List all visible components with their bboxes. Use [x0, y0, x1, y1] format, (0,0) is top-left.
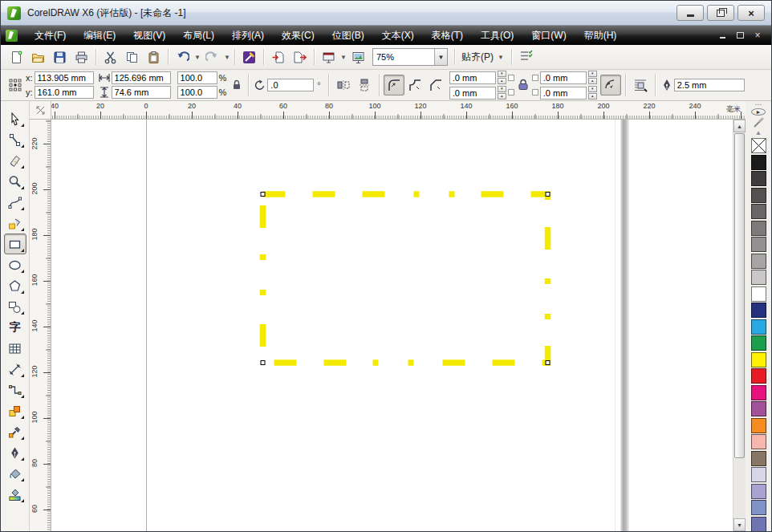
- redo-button[interactable]: [201, 47, 223, 67]
- connector-tool[interactable]: [4, 380, 26, 400]
- lock-ratio-icon[interactable]: [230, 78, 244, 92]
- vertical-ruler[interactable]: 2202001801601401201008060: [30, 120, 51, 531]
- freehand-tool[interactable]: [4, 192, 26, 213]
- menu-item-8[interactable]: 表格(T): [423, 26, 472, 45]
- swatch-#a7a4a5[interactable]: [751, 254, 766, 269]
- wrap-text-button[interactable]: [630, 75, 651, 95]
- corner-radius-bl-input[interactable]: [449, 87, 496, 99]
- drawing-canvas[interactable]: [51, 120, 733, 531]
- menu-item-6[interactable]: 位图(B): [323, 26, 373, 45]
- menu-item-1[interactable]: 编辑(E): [75, 26, 124, 45]
- scale-v-input[interactable]: [177, 86, 217, 99]
- undo-button[interactable]: [172, 47, 193, 67]
- zoom-tool[interactable]: [4, 171, 26, 192]
- corner-left-checkboxes[interactable]: [508, 75, 514, 95]
- menu-item-11[interactable]: 帮助(H): [575, 26, 626, 45]
- document-restore-button[interactable]: [733, 30, 747, 41]
- zoom-level-combo[interactable]: ▼: [372, 48, 448, 66]
- swatch-#3f3b3c[interactable]: [751, 171, 766, 186]
- copy-button[interactable]: [121, 47, 143, 67]
- outline-pen-tool[interactable]: [4, 442, 26, 463]
- search-content-button[interactable]: [238, 47, 260, 67]
- swatch-#696566[interactable]: [751, 204, 766, 219]
- document-close-button[interactable]: ×: [750, 30, 765, 41]
- crop-tool[interactable]: [4, 150, 26, 171]
- welcome-screen-button[interactable]: [347, 47, 369, 67]
- swatch-#e8127e[interactable]: [751, 385, 766, 400]
- application-launcher-button[interactable]: [318, 47, 339, 67]
- options-button[interactable]: [515, 47, 537, 67]
- menu-item-0[interactable]: 文件(F): [26, 26, 75, 45]
- swatch-#f7b7ae[interactable]: [751, 434, 766, 449]
- swatch-no-color[interactable]: [751, 138, 766, 153]
- fill-tool[interactable]: [4, 463, 26, 484]
- import-button[interactable]: [267, 47, 289, 67]
- rectangle-tool[interactable]: [4, 234, 26, 254]
- basic-shapes-tool[interactable]: [4, 296, 26, 317]
- save-button[interactable]: [49, 47, 71, 67]
- swatch-#29a9e1[interactable]: [751, 319, 766, 335]
- swatch-#929091[interactable]: [751, 237, 766, 252]
- object-height-input[interactable]: [112, 86, 171, 99]
- undo-dropdown-icon[interactable]: ▼: [193, 54, 201, 61]
- redo-dropdown-icon[interactable]: ▼: [223, 54, 231, 61]
- swatch-#ffffff[interactable]: [751, 286, 766, 302]
- menu-item-10[interactable]: 窗口(W): [522, 26, 575, 45]
- menu-item-2[interactable]: 视图(V): [124, 26, 174, 45]
- swatch-#545051[interactable]: [751, 188, 766, 203]
- scale-h-input[interactable]: [177, 71, 217, 84]
- minimize-button[interactable]: [677, 5, 704, 21]
- relative-corner-scaling-button[interactable]: [600, 75, 621, 95]
- smart-fill-tool[interactable]: [4, 213, 26, 234]
- swatch-#d7d5e8[interactable]: [751, 467, 766, 482]
- swatch-#7e7a7b[interactable]: [751, 221, 766, 236]
- table-tool[interactable]: [4, 338, 26, 359]
- selected-rectangle-artwork[interactable]: [51, 120, 733, 531]
- snap-to-dropdown[interactable]: 贴齐(P) ▼: [458, 51, 508, 64]
- swatch-#1b1b1b[interactable]: [751, 155, 766, 170]
- round-corner-button[interactable]: [384, 75, 404, 95]
- rotation-angle-input[interactable]: [267, 79, 314, 91]
- object-width-input[interactable]: [112, 71, 171, 84]
- horizontal-ruler[interactable]: 毫米 4020020406080100120140160180200220240: [51, 101, 746, 119]
- swatch-#25317e[interactable]: [751, 303, 766, 318]
- mirror-horizontal-button[interactable]: [333, 75, 354, 95]
- menu-item-7[interactable]: 文本(X): [373, 26, 423, 45]
- swatch-#f68b1f[interactable]: [751, 418, 766, 433]
- menu-item-3[interactable]: 布局(L): [174, 26, 223, 45]
- text-tool[interactable]: 字: [4, 317, 26, 338]
- scrollbar-thumb[interactable]: [734, 133, 745, 458]
- swatch-#a8a3d1[interactable]: [751, 484, 766, 499]
- close-button[interactable]: ×: [737, 5, 765, 21]
- vertical-scrollbar[interactable]: ▲ ▼: [733, 120, 746, 531]
- application-launcher-dropdown-icon[interactable]: ▼: [339, 54, 347, 61]
- chamfered-corner-button[interactable]: [425, 75, 446, 95]
- ellipse-tool[interactable]: [4, 254, 26, 275]
- paste-button[interactable]: [143, 47, 165, 67]
- new-document-button[interactable]: [6, 47, 27, 67]
- corner-tl-spinner[interactable]: ▾▴: [498, 71, 506, 84]
- restore-button[interactable]: [707, 5, 734, 21]
- zoom-level-input[interactable]: [373, 52, 434, 62]
- swatch-#6f74b2[interactable]: [751, 517, 766, 532]
- palette-grip-icon[interactable]: ⋯: [755, 101, 762, 108]
- blend-tool[interactable]: [4, 400, 26, 421]
- corner-radius-br-input[interactable]: [540, 87, 587, 99]
- export-button[interactable]: [289, 47, 311, 67]
- menu-item-5[interactable]: 效果(C): [273, 26, 323, 45]
- corner-tr-spinner[interactable]: ▾▴: [588, 71, 597, 84]
- zoom-dropdown-icon[interactable]: ▼: [434, 49, 447, 65]
- interactive-fill-tool[interactable]: [4, 484, 26, 505]
- corner-right-checkboxes[interactable]: [532, 75, 538, 95]
- rectangle-corner-nodes[interactable]: [261, 193, 550, 365]
- corner-radius-tl-input[interactable]: [449, 71, 496, 84]
- swatch-#fff100[interactable]: [751, 352, 766, 368]
- scroll-up-button[interactable]: ▲: [733, 120, 746, 132]
- swatch-#877663[interactable]: [751, 451, 766, 466]
- ruler-origin-button[interactable]: [30, 101, 51, 119]
- cut-button[interactable]: [100, 47, 121, 67]
- corner-radius-tr-input[interactable]: [540, 71, 587, 84]
- palette-flyout-button[interactable]: ►: [751, 108, 766, 116]
- corner-bl-spinner[interactable]: ▾▴: [498, 86, 506, 99]
- swatch-#1c9e4d[interactable]: [751, 335, 766, 351]
